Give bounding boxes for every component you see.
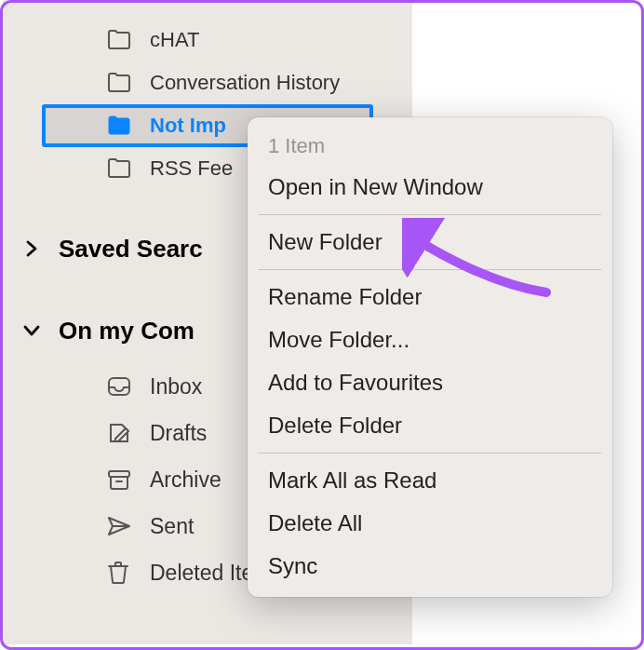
archive-icon: [107, 468, 133, 491]
menu-open-new-window[interactable]: Open in New Window: [248, 166, 612, 209]
sent-icon: [107, 515, 133, 537]
chevron-down-icon: [21, 324, 42, 337]
item-label: Drafts: [150, 421, 207, 446]
menu-mark-all-read[interactable]: Mark All as Read: [248, 459, 612, 502]
section-label: Saved Searc: [59, 235, 203, 264]
svg-rect-1: [109, 471, 129, 477]
item-label: Sent: [150, 514, 194, 539]
menu-separator: [259, 214, 601, 215]
context-menu: 1 Item Open in New Window New Folder Ren…: [248, 117, 612, 597]
menu-rename-folder[interactable]: Rename Folder: [248, 276, 612, 318]
folder-filled-icon: [107, 115, 133, 136]
menu-separator: [259, 453, 601, 454]
menu-new-folder[interactable]: New Folder: [248, 221, 612, 264]
folder-label: RSS Fee: [150, 156, 233, 181]
menu-separator: [259, 269, 601, 270]
trash-icon: [107, 561, 133, 585]
folder-label: Conversation History: [150, 71, 340, 95]
folder-label: cHAT: [150, 28, 199, 52]
menu-delete-folder[interactable]: Delete Folder: [248, 404, 612, 447]
menu-add-favourites[interactable]: Add to Favourites: [248, 361, 612, 404]
section-label: On my Com: [59, 317, 195, 345]
menu-move-folder[interactable]: Move Folder...: [248, 318, 612, 361]
chevron-right-icon: [21, 240, 42, 257]
folder-item-chat[interactable]: cHAT: [3, 19, 412, 61]
folder-icon: [107, 158, 133, 179]
folder-icon: [107, 30, 133, 50]
folder-item-conversation-history[interactable]: Conversation History: [3, 61, 412, 104]
inbox-icon: [107, 375, 133, 398]
item-label: Archive: [150, 467, 221, 493]
folder-icon: [107, 73, 133, 93]
folder-label: Not Imp: [150, 114, 226, 138]
item-label: Inbox: [150, 374, 202, 399]
context-menu-header: 1 Item: [248, 127, 612, 166]
menu-delete-all[interactable]: Delete All: [248, 502, 612, 545]
drafts-icon: [107, 421, 133, 445]
menu-sync[interactable]: Sync: [248, 545, 612, 588]
